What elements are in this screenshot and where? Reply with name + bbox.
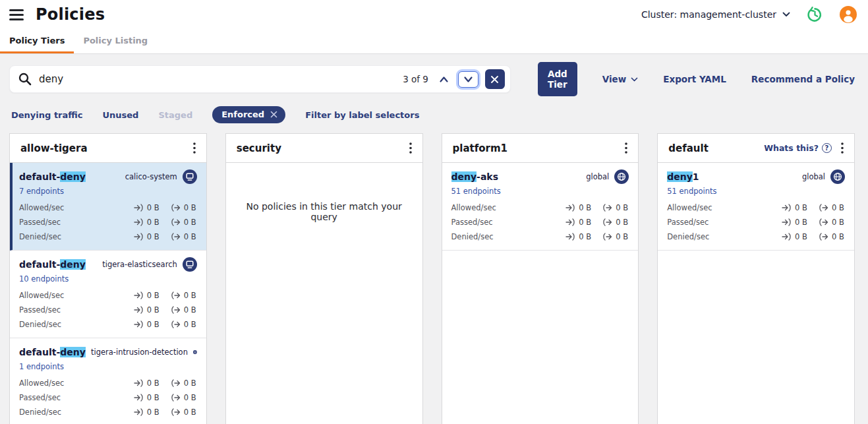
- tier-header: allow-tigera: [10, 134, 206, 163]
- egress-icon: [602, 218, 612, 226]
- ingress-icon: [134, 320, 144, 328]
- filter-label-selectors[interactable]: Filter by label selectors: [305, 110, 419, 120]
- tier-name: default: [668, 142, 709, 154]
- kebab-menu-icon[interactable]: [621, 141, 631, 155]
- chevron-down-icon: [463, 76, 473, 83]
- cluster-selector-label: Cluster: management-cluster: [641, 9, 776, 20]
- kebab-menu-icon[interactable]: [189, 141, 200, 155]
- egress-icon: [171, 233, 181, 241]
- user-avatar[interactable]: [840, 6, 857, 23]
- endpoints-link[interactable]: 7 endpoints: [19, 187, 64, 196]
- clear-search-button[interactable]: [485, 69, 505, 89]
- ingress-icon: [134, 204, 144, 212]
- tab-policy-tiers[interactable]: Policy Tiers: [0, 29, 74, 53]
- chevron-down-icon: [631, 77, 638, 82]
- remove-chip-icon[interactable]: [270, 111, 277, 118]
- search-input[interactable]: [39, 73, 397, 85]
- filter-row: Denying traffic Unused Staged Enforced F…: [9, 106, 855, 123]
- empty-tier-message: No policies in this tier match your quer…: [226, 163, 422, 260]
- tier-header: default Whats this? ?: [658, 134, 854, 163]
- tier-column-platform1: platform1 deny-aks global 51 endpoints: [442, 133, 639, 424]
- policy-card[interactable]: default-deny calico-system 7 endpoints A…: [10, 163, 206, 251]
- kebab-menu-icon[interactable]: [837, 141, 848, 155]
- endpoints-link[interactable]: 10 endpoints: [19, 274, 69, 284]
- policy-name: default-deny: [19, 171, 86, 182]
- history-restore-icon[interactable]: [806, 6, 824, 24]
- metric-row: Allowed/sec 0 B 0 B: [19, 376, 197, 390]
- chevron-up-icon: [439, 76, 449, 83]
- tab-bar: Policy Tiers Policy Listing: [0, 29, 868, 54]
- endpoints-link[interactable]: 1 endpoints: [19, 362, 64, 371]
- namespace-icon: [183, 169, 197, 184]
- search-match-counter: 3 of 9: [403, 74, 428, 84]
- filter-staged[interactable]: Staged: [158, 110, 192, 120]
- egress-icon: [171, 204, 181, 212]
- filter-unused[interactable]: Unused: [102, 110, 138, 120]
- recommend-policy-button[interactable]: Recommend a Policy: [751, 74, 855, 84]
- ingress-icon: [134, 408, 144, 416]
- namespace-icon: [193, 345, 197, 359]
- ingress-icon: [134, 394, 144, 402]
- namespace-label: tigera-intrusion-detection: [91, 348, 188, 357]
- ingress-icon: [134, 218, 144, 226]
- egress-icon: [171, 394, 181, 402]
- metric-row: Allowed/sec 0 B 0 B: [19, 288, 197, 303]
- policy-card[interactable]: deny1 global 51 endpoints Allowed/sec 0 …: [658, 163, 854, 251]
- filter-chip-enforced[interactable]: Enforced: [212, 106, 285, 123]
- search-prev-button[interactable]: [435, 73, 453, 86]
- egress-icon: [819, 218, 828, 226]
- metric-row: Denied/sec 0 B 0 B: [19, 405, 197, 419]
- search-icon: [18, 72, 32, 86]
- cluster-selector[interactable]: Cluster: management-cluster: [641, 9, 790, 20]
- tier-header: platform1: [442, 134, 639, 163]
- search-next-button[interactable]: [458, 71, 478, 88]
- endpoints-link[interactable]: 51 endpoints: [451, 187, 501, 196]
- hamburger-menu-icon[interactable]: [9, 9, 24, 20]
- namespace-label: calico-system: [125, 172, 177, 181]
- egress-icon: [171, 306, 181, 314]
- policy-card[interactable]: deny-aks global 51 endpoints Allowed/sec…: [442, 163, 639, 251]
- endpoints-link[interactable]: 51 endpoints: [667, 187, 716, 196]
- metric-row: Allowed/sec 0 B 0 B: [451, 200, 629, 215]
- metric-row: Allowed/sec 0 B 0 B: [19, 200, 197, 215]
- whats-this-link[interactable]: Whats this? ?: [764, 143, 832, 153]
- search-box: 3 of 9: [9, 65, 511, 93]
- whats-this-label: Whats this?: [764, 143, 819, 153]
- metric-row: Denied/sec 0 B 0 B: [667, 229, 845, 244]
- global-scope-label: global: [586, 172, 609, 181]
- policy-name: deny-aks: [451, 171, 499, 182]
- tier-header: security: [226, 134, 422, 163]
- egress-icon: [602, 233, 612, 241]
- egress-icon: [602, 204, 612, 212]
- app-header: Policies Cluster: management-cluster: [0, 0, 868, 29]
- policy-name: default-deny: [19, 259, 86, 270]
- ingress-icon: [782, 233, 792, 241]
- tier-name: allow-tigera: [20, 142, 88, 154]
- help-icon: ?: [822, 143, 832, 153]
- metric-row: Passed/sec 0 B 0 B: [19, 215, 197, 229]
- ingress-icon: [565, 218, 575, 226]
- metric-row: Denied/sec 0 B 0 B: [19, 229, 197, 244]
- namespace-icon: [183, 257, 197, 272]
- toolbar: 3 of 9 Add Tier View Export YAML Recomme…: [9, 62, 855, 96]
- egress-icon: [819, 233, 828, 241]
- globe-icon: [614, 169, 629, 184]
- export-yaml-button[interactable]: Export YAML: [663, 74, 726, 84]
- policy-card[interactable]: default-deny tigera-intrusion-detection …: [10, 338, 206, 424]
- tier-name: platform1: [453, 142, 507, 154]
- view-dropdown[interactable]: View: [602, 74, 638, 84]
- ingress-icon: [565, 204, 575, 212]
- add-tier-button[interactable]: Add Tier: [538, 62, 577, 96]
- globe-icon: [830, 169, 845, 184]
- tab-policy-listing[interactable]: Policy Listing: [74, 29, 157, 53]
- filter-denying-traffic[interactable]: Denying traffic: [11, 110, 82, 120]
- egress-icon: [171, 320, 181, 328]
- policy-card[interactable]: default-deny tigera-elasticsearch 10 end…: [10, 251, 206, 338]
- ingress-icon: [565, 233, 575, 241]
- view-dropdown-label: View: [602, 74, 626, 84]
- policy-name: deny1: [667, 171, 699, 182]
- kebab-menu-icon[interactable]: [405, 141, 416, 155]
- tier-column-default: default Whats this? ? deny1 global: [657, 133, 855, 424]
- egress-icon: [171, 408, 181, 416]
- metric-row: Passed/sec 0 B 0 B: [19, 390, 197, 405]
